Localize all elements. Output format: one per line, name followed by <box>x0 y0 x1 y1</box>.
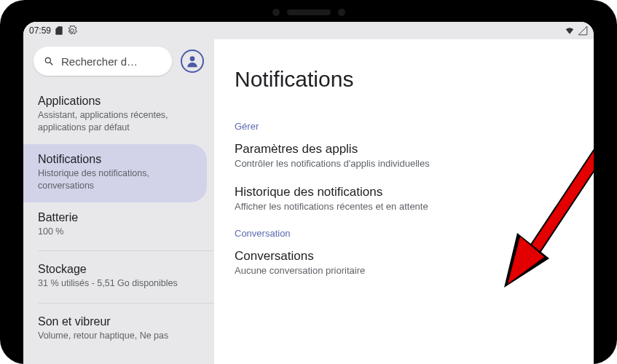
setting-sub: Contrôler les notifications d'applis ind… <box>235 158 573 169</box>
device-frame: 07:59 Rechercher d… <box>0 0 617 364</box>
gear-icon <box>67 25 77 36</box>
svg-point-2 <box>190 56 195 61</box>
setting-sub: Afficher les notifications récentes et e… <box>235 201 573 212</box>
sidebar-item-sub: Historique des notifications, conversati… <box>38 167 192 192</box>
wifi-icon <box>565 25 575 36</box>
person-icon <box>185 54 200 68</box>
sidebar-item-sub: Volume, retour haptique, Ne pas <box>38 330 192 342</box>
setting-title: Historique des notifications <box>235 185 573 199</box>
sidebar-item-battery[interactable]: Batterie 100 % <box>23 202 207 248</box>
setting-app-settings[interactable]: Paramètres des applis Contrôler les noti… <box>235 142 573 169</box>
device-notch <box>0 7 617 17</box>
screen: 07:59 Rechercher d… <box>23 22 594 364</box>
sd-card-icon <box>54 25 64 36</box>
setting-title: Paramètres des applis <box>235 142 573 157</box>
section-label-manage: Gérer <box>235 121 573 132</box>
status-bar: 07:59 <box>23 22 594 39</box>
setting-conversations[interactable]: Conversations Aucune conversation priori… <box>235 249 573 276</box>
setting-title: Conversations <box>235 249 573 264</box>
sidebar-item-title: Son et vibreur <box>38 315 192 328</box>
divider <box>38 250 214 251</box>
sidebar-item-title: Notifications <box>38 153 192 166</box>
sidebar-item-title: Stockage <box>38 263 192 276</box>
section-label-conversation: Conversation <box>235 228 573 239</box>
search-icon <box>44 56 54 66</box>
setting-sub: Aucune conversation prioritaire <box>235 265 573 276</box>
main-panel: Notifications Gérer Paramètres des appli… <box>214 39 594 364</box>
sidebar-item-applications[interactable]: Applications Assistant, applications réc… <box>23 86 207 144</box>
sidebar-item-notifications[interactable]: Notifications Historique des notificatio… <box>23 144 207 202</box>
status-time: 07:59 <box>29 25 51 36</box>
divider <box>38 303 214 304</box>
sidebar-item-title: Batterie <box>38 211 192 224</box>
sidebar-item-sub: Assistant, applications récentes, applic… <box>38 109 192 134</box>
sidebar: Rechercher d… Applications Assistant, ap… <box>23 39 214 364</box>
signal-icon <box>578 25 588 36</box>
page-title: Notifications <box>235 67 573 92</box>
sidebar-item-title: Applications <box>38 95 192 108</box>
search-input[interactable]: Rechercher d… <box>34 47 172 76</box>
setting-notification-history[interactable]: Historique des notifications Afficher le… <box>235 185 573 212</box>
sidebar-item-sound[interactable]: Son et vibreur Volume, retour haptique, … <box>23 306 207 352</box>
sidebar-item-sub: 31 % utilisés - 5,51 Go disponibles <box>38 277 192 290</box>
sidebar-item-storage[interactable]: Stockage 31 % utilisés - 5,51 Go disponi… <box>23 254 207 300</box>
svg-point-0 <box>45 58 50 63</box>
sidebar-item-sub: 100 % <box>38 226 192 238</box>
profile-avatar-button[interactable] <box>181 50 204 73</box>
search-placeholder: Rechercher d… <box>61 55 138 68</box>
svg-line-1 <box>50 63 53 66</box>
